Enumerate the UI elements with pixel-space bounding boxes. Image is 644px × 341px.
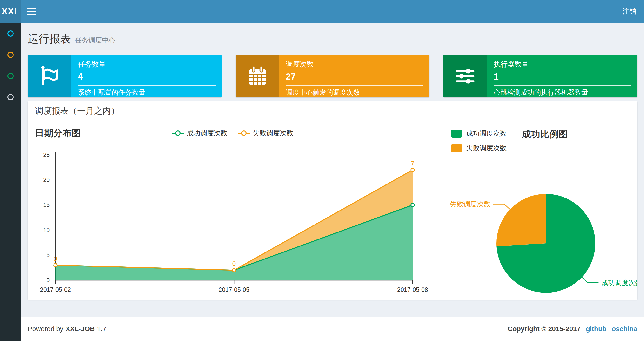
sidebar-item-3[interactable] [0,65,21,87]
flag-icon [28,55,71,97]
page-header: 运行报表任务调度中心 [21,23,644,46]
svg-text:成功调度次数: 成功调度次数 [601,279,638,286]
stat-card-executors: 执行器数量 1 心跳检测成功的执行器机器数量 [444,55,638,97]
powered-by: Powered by XXL-JOB 1.7 [28,325,106,333]
stat-card-value: 1 [494,72,632,82]
calendar-icon [236,55,279,97]
stat-card-body: 调度次数 27 调度中心触发的调度次数 [279,55,430,97]
svg-text:2017-05-02: 2017-05-02 [40,286,71,293]
stat-card-value: 27 [286,72,424,82]
success-ratio-chart: 成功调度次数 失败调度次数 成功比例图 成功调度次数失败调度次数 [438,120,638,300]
sidebar-item-1[interactable] [0,23,21,44]
app-root: XXL 注销 运行报表任务调度中心 [0,0,644,341]
svg-text:10: 10 [43,227,50,233]
powered-by-prefix: Powered by [28,325,64,333]
oschina-link[interactable]: oschina [612,325,637,333]
logout-link[interactable]: 注销 [622,7,636,17]
date-distribution-chart: 日期分布图 成功调度次数 失败调度次数 [28,120,438,300]
navbar-right: 注销 [622,0,644,23]
stat-card-description: 系统中配置的任务数量 [78,88,216,97]
report-panel: 调度报表（一月之内） 日期分布图 成功调度次数 [28,101,638,300]
stat-card-body: 任务数量 4 系统中配置的任务数量 [71,55,222,97]
pie-chart-canvas: 成功调度次数失败调度次数 [438,120,638,300]
svg-text:7: 7 [411,160,414,167]
logo-text-light: L [14,6,20,17]
stat-card-description: 心跳检测成功的执行器机器数量 [494,88,632,97]
product-name: XXL-JOB [66,325,95,333]
svg-text:2017-05-05: 2017-05-05 [218,286,250,293]
stat-card-jobs: 任务数量 4 系统中配置的任务数量 [28,55,222,97]
stat-card-description: 调度中心触发的调度次数 [286,88,424,97]
circle-o-icon [8,52,14,58]
logo-text-bold: XX [2,6,14,17]
hamburger-icon [27,8,36,15]
divider [286,85,424,86]
panel-body: 日期分布图 成功调度次数 失败调度次数 [28,120,638,300]
divider [494,85,632,86]
stat-card-body: 执行器数量 1 心跳检测成功的执行器机器数量 [487,55,638,97]
divider [78,85,216,86]
svg-text:0: 0 [232,260,236,267]
area-chart-canvas: 05101520252017-05-022017-05-052017-05-08… [28,120,438,300]
sidebar-item-2[interactable] [0,44,21,65]
stat-card-triggers: 调度次数 27 调度中心触发的调度次数 [236,55,430,97]
sliders-icon [444,55,487,97]
svg-text:5: 5 [46,252,50,258]
svg-text:20: 20 [43,177,50,183]
svg-text:15: 15 [43,202,50,208]
product-version: 1.7 [97,325,106,333]
footer: Powered by XXL-JOB 1.7 Copyright © 2015-… [21,317,644,341]
svg-text:0: 0 [46,277,50,283]
stat-card-label: 调度次数 [286,60,424,69]
sidebar [0,23,21,341]
sidebar-item-4[interactable] [0,87,21,108]
sidebar-toggle-button[interactable] [21,0,42,23]
app-logo[interactable]: XXL [0,0,21,23]
panel-title: 调度报表（一月之内） [28,101,638,120]
footer-right: Copyright © 2015-2017 github oschina [508,325,637,333]
github-link[interactable]: github [586,325,607,333]
svg-text:25: 25 [43,151,50,158]
svg-text:2017-05-08: 2017-05-08 [397,286,428,293]
circle-o-icon [8,94,14,100]
stat-card-label: 执行器数量 [494,60,632,69]
top-navbar: XXL 注销 [0,0,644,23]
page-subtitle: 任务调度中心 [75,37,116,44]
svg-text:0: 0 [54,255,57,262]
copyright-text: Copyright © 2015-2017 [508,325,580,333]
page-title: 运行报表 [28,33,71,45]
stat-card-label: 任务数量 [78,60,216,69]
stat-card-value: 4 [78,72,216,82]
circle-o-icon [8,73,14,79]
svg-text:失败调度次数: 失败调度次数 [450,200,490,208]
stat-cards-row: 任务数量 4 系统中配置的任务数量 [21,46,644,97]
circle-o-icon [8,30,14,37]
